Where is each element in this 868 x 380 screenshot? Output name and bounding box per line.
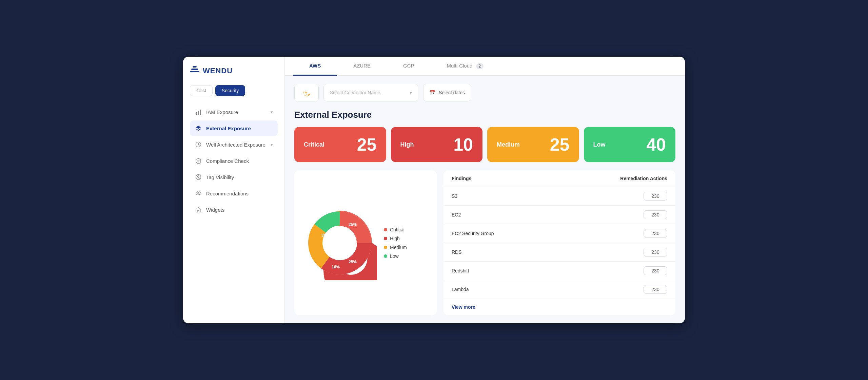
sidebar-tab-group: Cost Security (190, 85, 278, 96)
cloud-tab-gcp[interactable]: GCP (387, 57, 431, 76)
findings-row-ec2: EC2 230 (443, 206, 675, 224)
legend-dot-high (384, 237, 387, 240)
connector-placeholder: Select Connector Name (330, 90, 380, 95)
score-card-critical-value: 25 (357, 134, 377, 155)
score-card-medium-label: Medium (497, 141, 520, 148)
tab-security[interactable]: Security (215, 85, 245, 96)
cloud-tab-azure[interactable]: AZURE (337, 57, 387, 76)
svg-text:16%: 16% (332, 265, 340, 269)
sidebar-item-external-exposure[interactable]: External Exposure (190, 120, 278, 136)
svg-rect-0 (190, 71, 199, 72)
chart-legend: Critical High Medium Low (384, 227, 407, 259)
svg-rect-2 (193, 66, 197, 68)
svg-rect-4 (198, 111, 199, 115)
sidebar-item-widgets[interactable]: Widgets (190, 202, 278, 217)
svg-text:25%: 25% (349, 260, 357, 264)
findings-col-actions: Remediation Actions (613, 176, 667, 181)
findings-row-rds: RDS 230 (443, 243, 675, 262)
sidebar-item-iam-label: IAM Exposure (206, 109, 238, 115)
chart-box: 25% 35% 25% 16% Critical (294, 170, 437, 315)
svg-rect-1 (191, 69, 198, 70)
legend-high: High (384, 236, 407, 241)
score-card-high-label: High (400, 141, 414, 148)
cloud-tabs-bar: AWS AZURE GCP Multi-Cloud 2 (285, 57, 685, 76)
bar-chart-icon (195, 108, 202, 116)
legend-dot-critical (384, 228, 387, 231)
score-card-high: High 10 (391, 127, 483, 162)
date-placeholder: Select dates (439, 90, 465, 95)
cloud-tab-multicloud[interactable]: Multi-Cloud 2 (431, 57, 500, 76)
legend-dot-medium (384, 246, 387, 249)
sidebar-item-tag-visibility[interactable]: Tag Visibility (190, 169, 278, 185)
tab-cost[interactable]: Cost (190, 85, 213, 96)
svg-point-10 (199, 192, 200, 193)
legend-medium: Medium (384, 245, 407, 250)
logo-text: WENDU (203, 66, 233, 75)
toolbar: Select Connector Name ▾ 📅 Select dates (294, 84, 675, 101)
findings-row-ec2sg: EC2 Security Group 230 (443, 224, 675, 243)
findings-row-lambda: Lambda 230 (443, 280, 675, 299)
svg-point-8 (198, 176, 199, 177)
svg-rect-3 (196, 112, 197, 115)
users-icon (195, 190, 202, 197)
legend-dot-low (384, 254, 387, 258)
findings-row-redshift: Redshift 230 (443, 262, 675, 280)
sidebar-item-recommendations[interactable]: Recommendations (190, 186, 278, 201)
app-container: WENDU Cost Security IAM Exposure ▾ (183, 57, 685, 323)
sidebar-item-compliance-check[interactable]: Compliance Check (190, 153, 278, 169)
sidebar-item-compliance-label: Compliance Check (206, 158, 249, 164)
logo: WENDU (190, 66, 278, 76)
findings-header: Findings Remediation Actions (443, 170, 675, 187)
score-card-critical-label: Critical (304, 141, 324, 148)
score-card-low: Low 40 (584, 127, 676, 162)
connector-select[interactable]: Select Connector Name ▾ (323, 84, 418, 101)
findings-row-s3: S3 230 (443, 187, 675, 206)
logo-icon (190, 66, 199, 76)
donut-chart: 25% 35% 25% 16% (302, 206, 377, 280)
section-title: External Exposure (294, 110, 675, 120)
sidebar-item-widgets-label: Widgets (206, 207, 224, 213)
svg-point-16 (323, 226, 357, 260)
sidebar-item-external-label: External Exposure (206, 126, 251, 131)
date-select[interactable]: 📅 Select dates (423, 84, 471, 101)
score-card-critical: Critical 25 (294, 127, 386, 162)
sidebar: WENDU Cost Security IAM Exposure ▾ (183, 57, 285, 323)
sidebar-item-tag-label: Tag Visibility (206, 174, 234, 180)
main-body: Select Connector Name ▾ 📅 Select dates E… (285, 76, 685, 323)
chevron-down-icon: ▾ (271, 110, 273, 115)
score-card-medium-value: 25 (550, 134, 570, 155)
sidebar-item-well-label: Well Architected Exposure (206, 142, 265, 148)
aws-logo-box (294, 84, 319, 101)
calendar-icon: 📅 (430, 90, 435, 95)
svg-rect-5 (200, 110, 201, 115)
home-icon (195, 206, 202, 213)
sidebar-item-well-architected[interactable]: Well Architected Exposure ▾ (190, 137, 278, 152)
layers-icon (195, 125, 202, 132)
score-card-high-value: 10 (453, 134, 473, 155)
chevron-down-icon-select: ▾ (410, 90, 412, 95)
svg-text:35%: 35% (321, 233, 330, 238)
cloud-tab-aws[interactable]: AWS (293, 57, 337, 76)
svg-point-9 (197, 192, 199, 194)
shield-check-icon (195, 157, 202, 165)
view-more-link[interactable]: View more (443, 299, 675, 315)
legend-low: Low (384, 253, 407, 259)
findings-table: Findings Remediation Actions S3 230 EC2 … (443, 170, 675, 315)
score-card-low-label: Low (593, 141, 606, 148)
clock-icon (195, 141, 202, 148)
chevron-down-icon-2: ▾ (271, 142, 273, 147)
bottom-section: 25% 35% 25% 16% Critical (294, 170, 675, 315)
svg-text:25%: 25% (349, 222, 357, 227)
multicloud-badge: 2 (476, 63, 484, 69)
tag-icon (195, 173, 202, 181)
sidebar-item-iam-exposure[interactable]: IAM Exposure ▾ (190, 104, 278, 120)
findings-col-name: Findings (452, 176, 613, 181)
main-content-area: AWS AZURE GCP Multi-Cloud 2 (285, 57, 685, 323)
score-card-low-value: 40 (646, 134, 666, 155)
score-cards: Critical 25 High 10 Medium 25 Low 40 (294, 127, 675, 162)
sidebar-item-reco-label: Recommendations (206, 191, 249, 196)
score-card-medium: Medium 25 (487, 127, 579, 162)
legend-critical: Critical (384, 227, 407, 232)
